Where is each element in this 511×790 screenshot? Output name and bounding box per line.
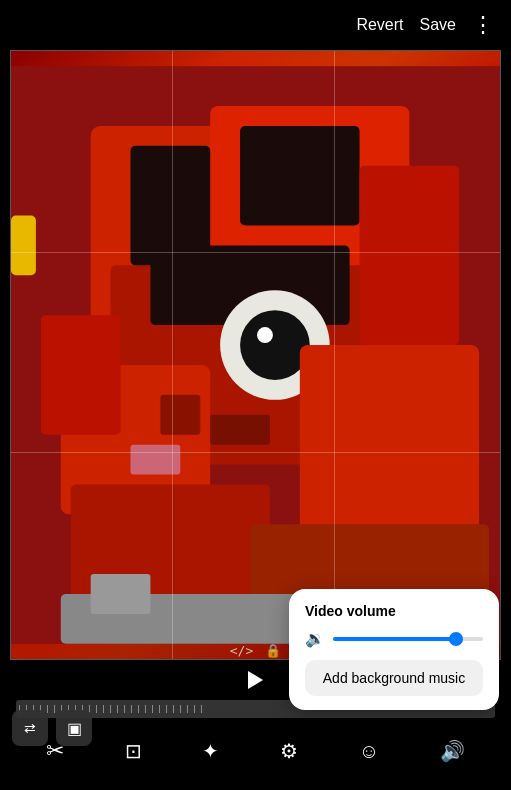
add-background-music-button[interactable]: Add background music: [305, 660, 483, 696]
play-icon: [248, 671, 263, 689]
video-bottom-icons: </> 🔒: [230, 643, 281, 658]
svg-point-8: [240, 310, 310, 380]
crop2-icon: ▣: [67, 719, 82, 738]
volume-fill: [333, 637, 456, 641]
settings-icon: ⚙: [280, 739, 298, 763]
more-icon: ⋮: [472, 12, 495, 37]
volume-thumb[interactable]: [449, 632, 463, 646]
volume-slider[interactable]: [333, 637, 483, 641]
svg-rect-11: [300, 345, 479, 544]
svg-rect-18: [91, 574, 151, 614]
svg-rect-5: [240, 126, 360, 226]
volume-button[interactable]: 🔊: [434, 733, 471, 769]
volume-icon: 🔉: [305, 629, 325, 648]
svg-rect-20: [360, 166, 460, 345]
lock-icon[interactable]: 🔒: [265, 643, 281, 658]
svg-rect-15: [210, 415, 270, 445]
video-volume-panel: Video volume 🔉 Add background music: [289, 589, 499, 710]
video-frame: [11, 51, 500, 659]
top-bar: Revert Save ⋮: [0, 0, 511, 50]
resize-icon: ⇄: [24, 720, 36, 736]
volume-ctrl-icon: 🔊: [440, 739, 465, 763]
crop-button[interactable]: ⊡: [119, 733, 148, 769]
panel-title: Video volume: [305, 603, 483, 619]
video-area: [10, 50, 501, 660]
svg-rect-14: [160, 395, 200, 435]
sticker-button[interactable]: ☺: [353, 734, 385, 769]
more-options-button[interactable]: ⋮: [472, 12, 495, 38]
volume-track: [333, 637, 483, 641]
play-button[interactable]: [242, 666, 270, 694]
resize-icon-button[interactable]: ⇄: [12, 710, 48, 746]
video-content: [11, 51, 500, 659]
effects-icon: ✦: [202, 739, 219, 763]
svg-rect-19: [131, 445, 181, 475]
volume-row: 🔉: [305, 629, 483, 648]
revert-button[interactable]: Revert: [356, 16, 403, 34]
save-button[interactable]: Save: [420, 16, 456, 34]
settings-button[interactable]: ⚙: [274, 733, 304, 769]
svg-point-9: [257, 327, 273, 343]
svg-rect-16: [11, 216, 36, 276]
sticker-icon: ☺: [359, 740, 379, 763]
effects-button[interactable]: ✦: [196, 733, 225, 769]
crop-icon: ⊡: [125, 739, 142, 763]
crop-icon-button[interactable]: ▣: [56, 710, 92, 746]
svg-rect-21: [41, 315, 121, 435]
embed-icon[interactable]: </>: [230, 643, 253, 658]
